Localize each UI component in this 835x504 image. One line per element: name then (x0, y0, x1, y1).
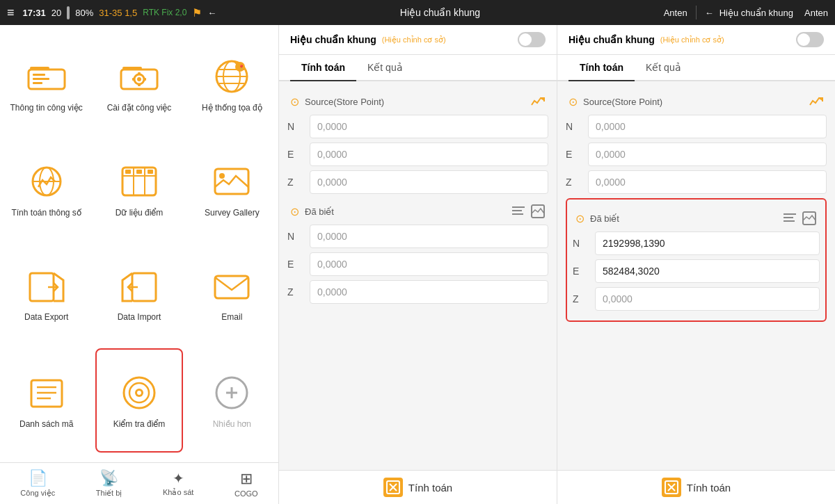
right-calc-label: Tính toán (687, 482, 731, 494)
app-nhieu-hon-label: Nhiều hơn (213, 419, 251, 430)
middle-known-n-label: N (287, 231, 304, 242)
app-survey-gallery[interactable]: Survey Gallery (186, 136, 278, 241)
app-du-lieu[interactable]: Dữ liệu điểm (93, 136, 185, 241)
middle-known-e: E (287, 252, 548, 276)
right-known-e-input[interactable] (595, 259, 820, 283)
right-status-anten: Anten (804, 8, 828, 18)
middle-tab-tinh-toan[interactable]: Tính toán (290, 55, 356, 81)
menu-icon[interactable]: ≡ (7, 6, 15, 20)
app-danh-sach[interactable]: Danh sách mã (0, 346, 93, 455)
right-known-n-input[interactable] (595, 231, 820, 255)
right-source-section: ⊙ Source(Store Point) (566, 88, 827, 115)
middle-toggle[interactable] (518, 32, 546, 47)
right-image-icon (802, 211, 817, 226)
svg-rect-2 (33, 74, 45, 76)
app-he-thong[interactable]: 📍 Hệ thống tọa độ (186, 32, 278, 136)
nav-back-right[interactable]: ← (705, 8, 714, 18)
middle-source-n-input[interactable] (310, 115, 548, 138)
target-icon (117, 371, 161, 415)
middle-known-z-input[interactable] (310, 280, 548, 304)
middle-source-z: Z (287, 170, 548, 194)
svg-point-31 (219, 173, 225, 179)
middle-source-title: Source(Store Point) (305, 97, 525, 107)
nav-cogo[interactable]: ⊞ COGO (234, 470, 258, 498)
middle-source-z-label: Z (287, 177, 304, 188)
middle-known-section: ⊙ Đã biết (287, 198, 548, 225)
right-known-e: E (573, 259, 820, 283)
list-icon (24, 371, 69, 415)
middle-tab-ket-qua[interactable]: Kết quả (356, 55, 414, 81)
middle-panel-title: Hiệu chuẩn khung (290, 34, 376, 45)
right-status-title: Hiệu chuẩn khung (719, 8, 793, 18)
nav-back-left[interactable]: ← (207, 8, 216, 18)
right-tabs: Tính toán Kết quả (557, 55, 835, 81)
right-known-title: Đã biết (590, 213, 777, 224)
nav-khao-sat[interactable]: ✦ Khảo sát (163, 470, 193, 497)
right-known-n-label: N (573, 238, 589, 249)
status-time: 17:31 (23, 8, 46, 18)
right-tab-ket-qua[interactable]: Kết quả (635, 55, 692, 81)
app-email[interactable]: Email (186, 241, 278, 346)
middle-calc-icon (383, 478, 403, 497)
app-he-thong-label: Hệ thống tọa độ (202, 103, 262, 114)
right-source-n-input[interactable] (588, 115, 827, 138)
right-source-actions (809, 94, 824, 109)
right-panel-header: Hiệu chuẩn khung (Hiệu chỉnh cơ sở) (557, 25, 835, 55)
app-kiem-tra[interactable]: Kiểm tra điểm (95, 348, 182, 453)
battery-icon (67, 8, 70, 18)
right-source-e-input[interactable] (588, 143, 827, 166)
middle-source-n-label: N (287, 121, 304, 132)
middle-known-title: Đã biết (305, 206, 505, 217)
app-data-import[interactable]: Data Import (93, 241, 185, 346)
app-cai-dat-label: Cài đặt công việc (107, 103, 172, 114)
right-known-box: ⊙ Đã biết N E (566, 198, 827, 322)
right-calc-button[interactable]: Tính toán (662, 478, 731, 497)
svg-rect-12 (143, 78, 146, 81)
nav-thiet-bi[interactable]: 📡 Thiết bị (96, 469, 122, 498)
middle-source-e-input[interactable] (310, 143, 548, 166)
right-trend-icon (809, 94, 824, 109)
middle-known-z-label: Z (287, 286, 304, 298)
svg-rect-27 (125, 170, 131, 174)
middle-panel-subtitle: (Hiệu chỉnh cơ sở) (382, 35, 446, 44)
app-tinh-toan[interactable]: Tính toán thông số (0, 136, 93, 241)
status-divider (696, 6, 697, 19)
right-source-e-label: E (566, 149, 582, 160)
status-title: Hiệu chuẩn khung (222, 7, 658, 18)
app-nhieu-hon[interactable]: Nhiều hơn (186, 346, 278, 455)
right-tab-tinh-toan[interactable]: Tính toán (568, 55, 635, 81)
right-source-icon: ⊙ (568, 95, 578, 108)
middle-known-n-input[interactable] (310, 225, 548, 248)
battery-percent: 80% (75, 8, 93, 18)
app-data-export[interactable]: Data Export (0, 241, 93, 346)
nav-cong-viec-label: Công việc (20, 489, 55, 498)
middle-calc-label: Tính toán (408, 482, 452, 494)
middle-source-section: ⊙ Source(Store Point) (287, 88, 548, 115)
svg-text:📍: 📍 (238, 64, 245, 71)
app-thong-tin[interactable]: Thông tin công việc (0, 32, 93, 136)
table-icon (117, 159, 161, 204)
export-icon (24, 263, 69, 308)
nav-thiet-bi-label: Thiết bị (96, 489, 122, 498)
middle-panel-header: Hiệu chuẩn khung (Hiệu chỉnh cơ sở) (279, 25, 557, 55)
right-known-z-input[interactable] (595, 287, 820, 311)
right-known-e-label: E (573, 266, 589, 277)
middle-known-e-input[interactable] (310, 252, 548, 276)
nav-cong-viec[interactable]: 📄 Công việc (20, 469, 55, 498)
app-thong-tin-label: Thông tin công việc (10, 103, 82, 114)
svg-rect-53 (784, 213, 796, 215)
right-survey-panel: Hiệu chuẩn khung (Hiệu chỉnh cơ sở) Tính… (557, 25, 835, 504)
app-cai-dat[interactable]: Cài đặt công việc (93, 32, 185, 136)
right-source-z-label: Z (566, 177, 582, 188)
svg-rect-34 (215, 276, 248, 298)
right-panel: Hiệu chuẩn khung (Hiệu chỉnh cơ sở) Tính… (557, 25, 835, 504)
right-toggle[interactable] (796, 32, 824, 47)
svg-rect-47 (512, 210, 522, 211)
right-known-n: N (573, 231, 820, 255)
right-source-z-input[interactable] (588, 170, 827, 194)
main-content: Thông tin công việc Cài đặt công (0, 25, 835, 504)
middle-source-e: E (287, 143, 548, 166)
middle-calc-button[interactable]: Tính toán (383, 478, 452, 497)
app-data-export-label: Data Export (24, 312, 68, 323)
middle-source-z-input[interactable] (310, 170, 548, 194)
